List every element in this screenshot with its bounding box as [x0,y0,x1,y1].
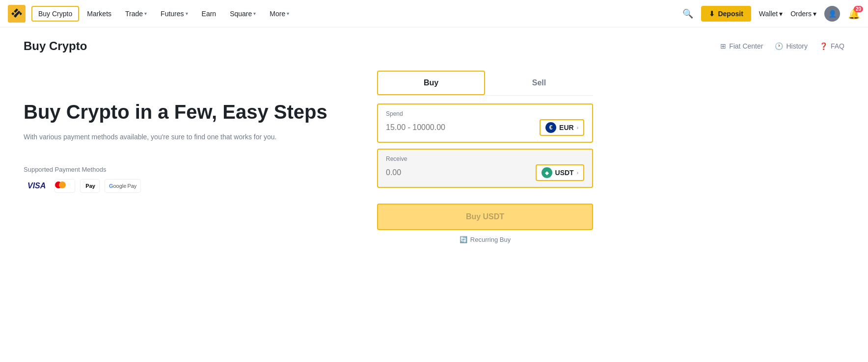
page-header: Buy Crypto ⊞ Fiat Center 🕐 History ❓ FAQ [24,27,844,61]
orders-chevron: ▾ [813,10,816,18]
faq-link[interactable]: ❓ FAQ [819,42,844,50]
search-icon[interactable]: 🔍 [682,8,693,19]
usdt-icon: ◆ [542,167,552,178]
deposit-icon: ⬇ [709,10,715,18]
recurring-icon: 🔄 [460,236,467,243]
eur-currency-selector[interactable]: € EUR › [540,119,584,136]
page-title: Buy Crypto [24,39,87,53]
receive-input[interactable] [386,168,536,177]
navbar: Buy Crypto Markets Trade ▾ Futures ▾ Ear… [0,0,868,27]
spend-input[interactable] [386,123,540,132]
deposit-button[interactable]: ⬇ Deposit [701,6,751,22]
usdt-currency-selector[interactable]: ◆ USDT › [536,164,584,181]
orders-button[interactable]: Orders ▾ [790,10,816,18]
wallet-chevron: ▾ [779,10,783,18]
hero-subtitle: With various payment methods available, … [24,131,338,142]
spend-label: Spend [386,110,584,117]
navbar-right: 🔍 ⬇ Deposit Wallet ▾ Orders ▾ 👤 🔔 20 [682,6,860,22]
spend-row: € EUR › [386,119,584,136]
clock-icon: 🕐 [775,42,783,50]
eur-icon: € [545,122,556,133]
receive-label: Receive [386,155,584,162]
grid-icon: ⊞ [720,42,726,50]
page-header-actions: ⊞ Fiat Center 🕐 History ❓ FAQ [720,42,844,50]
buy-usdt-button[interactable]: Buy USDT [377,204,593,230]
mastercard-logo [54,179,75,193]
left-panel: Buy Crypto in a Few, Easy Steps With var… [24,71,338,243]
buy-tab[interactable]: Buy [377,71,485,95]
right-panel: Buy Sell Spend € EUR › [377,71,593,243]
mc-right [59,181,66,188]
applepay-logo: Pay [80,179,100,193]
trade-chevron: ▾ [144,11,147,16]
square-chevron: ▾ [253,11,256,16]
receive-input-box: Receive ◆ USDT › [377,149,593,188]
more-chevron: ▾ [287,11,289,16]
nav-more[interactable]: More ▾ [264,7,295,21]
receive-group: Receive ◆ USDT › [377,149,593,188]
nav-earn[interactable]: Earn [196,7,222,21]
nav-trade[interactable]: Trade ▾ [119,7,153,21]
payment-logos: VISA Pay Google Pay [24,179,338,193]
fiat-center-link[interactable]: ⊞ Fiat Center [720,42,763,50]
wallet-button[interactable]: Wallet ▾ [759,10,783,18]
payment-label: Supported Payment Methods [24,166,338,173]
binance-logo[interactable] [8,5,26,23]
recurring-label: Recurring Buy [470,236,511,243]
main-layout: Buy Crypto in a Few, Easy Steps With var… [24,61,844,253]
page-container: Buy Crypto ⊞ Fiat Center 🕐 History ❓ FAQ… [0,27,868,253]
avatar[interactable]: 👤 [824,6,840,22]
nav-markets[interactable]: Markets [81,7,117,21]
usdt-label: USDT [555,169,574,177]
googlepay-logo: Google Pay [105,179,141,193]
spend-group: Spend € EUR › [377,103,593,143]
nav-links: Buy Crypto Markets Trade ▾ Futures ▾ Ear… [31,6,295,22]
notification-button[interactable]: 🔔 20 [848,8,860,20]
nav-square[interactable]: Square ▾ [224,7,262,21]
recurring-buy[interactable]: 🔄 Recurring Buy [377,236,593,243]
futures-chevron: ▾ [186,11,188,16]
notification-badge: 20 [854,6,863,12]
receive-row: ◆ USDT › [386,164,584,181]
history-link[interactable]: 🕐 History [775,42,808,50]
eur-chevron: › [577,125,578,130]
hero-title: Buy Crypto in a Few, Easy Steps [24,100,338,124]
spend-input-box: Spend € EUR › [377,103,593,143]
sell-tab[interactable]: Sell [485,71,593,95]
nav-buy-crypto[interactable]: Buy Crypto [31,6,79,22]
eur-label: EUR [559,124,574,131]
tab-container: Buy Sell [377,71,593,96]
usdt-chevron: › [577,170,578,176]
help-icon: ❓ [819,42,828,50]
visa-logo: VISA [24,179,50,193]
nav-futures[interactable]: Futures ▾ [155,7,193,21]
